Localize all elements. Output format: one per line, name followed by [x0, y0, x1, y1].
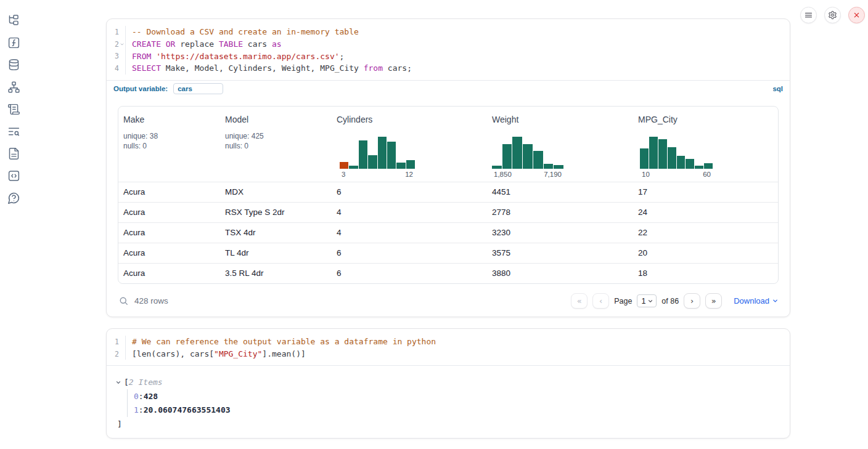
line-number: 4 — [107, 64, 119, 73]
line-gutter: 2 — [107, 348, 126, 360]
notebook-actions — [800, 7, 865, 23]
pagination: « ‹ Page 1 of 86 › » — [571, 293, 722, 309]
snippets-code-icon[interactable] — [7, 169, 20, 182]
code-text: # We can reference the output variable a… — [126, 337, 436, 346]
histogram-bar — [396, 163, 405, 169]
column-histogram[interactable]: 312 — [340, 137, 415, 178]
download-button[interactable]: Download — [734, 296, 779, 305]
line-gutter: 4 — [107, 62, 126, 75]
scratchpad-scroll-icon[interactable] — [7, 102, 20, 116]
line-number: 1 — [107, 338, 119, 346]
page-select-value: 1 — [641, 297, 645, 305]
histogram-axis-labels: 312 — [340, 171, 415, 178]
table-cell: 4 — [332, 208, 487, 217]
histogram-bar — [523, 144, 533, 169]
table-body: AcuraMDX6445117AcuraRSX Type S 2dr427782… — [118, 182, 778, 283]
settings-button[interactable] — [824, 7, 841, 23]
code-token: FROM — [132, 52, 151, 61]
next-page-button[interactable]: › — [684, 293, 700, 309]
entry-value: 428 — [144, 392, 158, 401]
histogram-bar — [502, 144, 512, 169]
code-token: SELECT — [132, 63, 161, 73]
last-page-button[interactable]: » — [705, 293, 722, 309]
code-line[interactable]: 2CREATE OR replace TABLE cars as — [107, 38, 790, 51]
column-stat: nulls: 0 — [225, 141, 329, 152]
help-chat-icon[interactable] — [7, 191, 20, 204]
column-header-make[interactable]: Makeunique: 38nulls: 0 — [118, 107, 220, 182]
sql-cell: 1-- Download a CSV and create an in-memo… — [106, 18, 790, 317]
page-label: Page — [614, 297, 632, 305]
python-code-editor[interactable]: 1# We can reference the output variable … — [107, 329, 790, 365]
column-histogram[interactable]: 1,8507,190 — [492, 137, 563, 178]
page-of-label: of 86 — [661, 297, 679, 305]
fold-chevron-icon[interactable] — [119, 42, 125, 47]
table-row: AcuraTSX 4dr4323022 — [118, 222, 778, 243]
table-cell: TSX 4dr — [220, 228, 332, 237]
table-row: Acura3.5 RL 4dr6388018 — [118, 263, 778, 283]
tree-children: 0: 4281: 20.060747663551403 — [127, 389, 790, 417]
line-number: 3 — [107, 52, 119, 60]
table-cell: MDX — [220, 187, 332, 196]
open-bracket: [ — [124, 378, 129, 387]
entry-value: 20.060747663551403 — [144, 405, 231, 415]
histogram-bar — [406, 160, 415, 169]
axis-tick-label: 1,850 — [494, 171, 512, 178]
code-line[interactable]: 1-- Download a CSV and create an in-memo… — [107, 26, 790, 38]
histogram-axis-labels: 1,8507,190 — [492, 171, 563, 178]
table-cell: 24 — [633, 208, 778, 217]
histogram-bar — [378, 137, 387, 169]
sql-code-editor[interactable]: 1-- Download a CSV and create an in-memo… — [107, 19, 790, 80]
table-cell: 22 — [633, 228, 778, 237]
column-header-model[interactable]: Modelunique: 425nulls: 0 — [220, 107, 332, 182]
dependency-graph-icon[interactable] — [7, 80, 20, 94]
code-text: [len(cars), cars["MPG_City"].mean()] — [126, 349, 306, 358]
histogram-bar — [368, 155, 377, 169]
histogram-bars — [640, 137, 713, 169]
code-token: Make, Model, Cylinders, Weight, MPG_City — [161, 63, 364, 73]
table-header-row: Makeunique: 38nulls: 0Modelunique: 425nu… — [118, 107, 778, 182]
line-number: 2 — [107, 350, 119, 358]
code-line[interactable]: 3FROM 'https://datasets.marimo.app/cars.… — [107, 50, 790, 62]
column-header-weight[interactable]: Weight1,8507,190 — [487, 107, 633, 182]
line-gutter: 1 — [107, 336, 126, 348]
table-cell: 2778 — [487, 208, 633, 217]
first-page-button[interactable]: « — [571, 293, 588, 309]
table-cell: RSX Type S 2dr — [220, 208, 332, 217]
code-token — [151, 52, 156, 61]
histogram-bar — [340, 162, 348, 169]
axis-tick-label: 12 — [405, 171, 413, 178]
menu-button[interactable] — [800, 7, 817, 23]
table-cell: 3575 — [487, 248, 633, 257]
code-text: SELECT Make, Model, Cylinders, Weight, M… — [126, 63, 412, 73]
data-table: Makeunique: 38nulls: 0Modelunique: 425nu… — [118, 106, 779, 284]
code-line[interactable]: 1# We can reference the output variable … — [107, 336, 790, 348]
code-text: FROM 'https://datasets.marimo.app/cars.c… — [126, 52, 344, 61]
code-line[interactable]: 4SELECT Make, Model, Cylinders, Weight, … — [107, 62, 790, 75]
output-variable-input[interactable]: cars — [173, 83, 223, 94]
row-count: 428 rows — [134, 296, 168, 305]
line-gutter: 2 — [107, 38, 126, 51]
table-cell: Acura — [118, 208, 220, 217]
code-line[interactable]: 2[len(cars), cars["MPG_City"].mean()] — [107, 348, 790, 360]
table-cell: 4 — [332, 228, 487, 237]
column-header-cylinders[interactable]: Cylinders312 — [332, 107, 487, 182]
column-header-mpg_city[interactable]: MPG_City1060 — [633, 107, 778, 182]
logs-search-icon[interactable] — [7, 124, 20, 138]
datasources-database-icon[interactable] — [7, 58, 20, 71]
page-select[interactable]: 1 — [637, 294, 657, 307]
column-histogram[interactable]: 1060 — [640, 137, 713, 178]
code-token: 'https://datasets.marimo.app/cars.csv' — [156, 52, 339, 61]
shutdown-button[interactable] — [848, 7, 865, 23]
tree-collapse-chevron-icon[interactable] — [115, 379, 123, 386]
output-variable-row: Output variable: cars sql — [107, 80, 790, 97]
functions-icon[interactable] — [7, 36, 20, 49]
search-icon[interactable] — [118, 296, 129, 307]
close-bracket-row: ] — [117, 417, 790, 431]
prev-page-button[interactable]: ‹ — [592, 293, 609, 309]
code-token: CREATE — [132, 39, 161, 49]
documentation-icon[interactable] — [7, 147, 20, 160]
file-tree-icon[interactable] — [7, 14, 20, 27]
entry-key: 0 — [134, 392, 139, 401]
table-cell: 3.5 RL 4dr — [220, 269, 332, 278]
table-cell: 6 — [332, 187, 487, 196]
